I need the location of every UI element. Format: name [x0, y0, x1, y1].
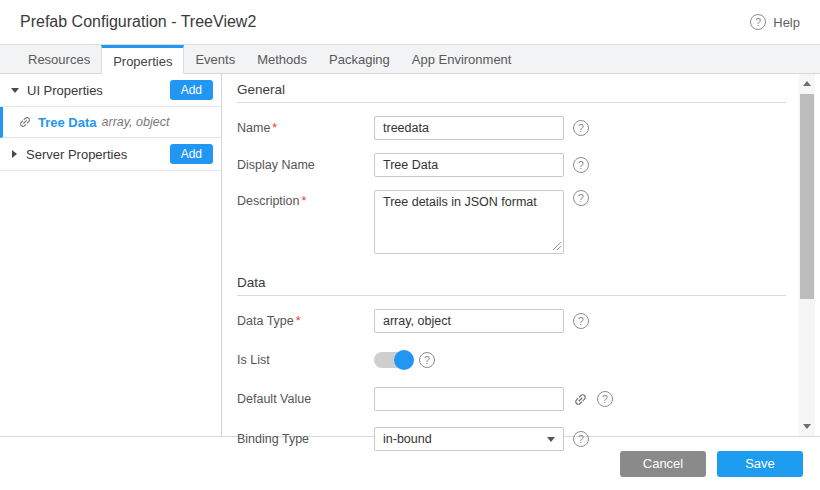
caret-right-icon — [12, 150, 17, 158]
tab-app-environment[interactable]: App Environment — [401, 45, 523, 73]
prefab-config-dialog: Prefab Configuration - TreeView2 ? Help … — [0, 0, 820, 490]
form-row-is-list: Is List ? — [237, 350, 820, 370]
display-name-input[interactable] — [374, 153, 564, 177]
tree-data-type: array, object — [102, 115, 170, 129]
form-row-default-value: Default Value ? — [237, 387, 820, 411]
tab-methods[interactable]: Methods — [246, 45, 318, 73]
description-textarea-wrap: Tree details in JSON format — [374, 190, 564, 254]
name-label: Name* — [237, 121, 374, 135]
data-type-label: Data Type* — [237, 314, 374, 328]
bind-variable-link-icon[interactable] — [573, 392, 588, 407]
required-asterisk: * — [272, 121, 277, 135]
form-row-binding-type: Binding Type in-bound ? — [237, 427, 820, 451]
description-help-icon[interactable]: ? — [573, 190, 589, 206]
caret-down-icon — [11, 88, 19, 93]
form-row-name: Name* ? — [237, 116, 820, 140]
tab-properties[interactable]: Properties — [101, 45, 184, 74]
section-general: General — [237, 74, 786, 103]
dialog-header: Prefab Configuration - TreeView2 ? Help — [0, 0, 820, 44]
tab-bar: Resources Properties Events Methods Pack… — [0, 44, 820, 74]
scroll-down-button[interactable] — [799, 419, 815, 433]
page-title: Prefab Configuration - TreeView2 — [20, 13, 256, 31]
binding-type-label: Binding Type — [237, 432, 374, 446]
help-icon: ? — [750, 14, 766, 30]
tab-packaging[interactable]: Packaging — [318, 45, 401, 73]
scroll-up-button[interactable] — [799, 76, 815, 90]
required-asterisk: * — [302, 194, 307, 208]
main-area: UI Properties Add Tree Data array, objec… — [0, 74, 820, 437]
is-list-toggle[interactable] — [374, 350, 414, 370]
tab-events[interactable]: Events — [184, 45, 246, 73]
name-input[interactable] — [374, 116, 564, 140]
description-textarea[interactable]: Tree details in JSON format — [374, 190, 564, 254]
server-properties-label: Server Properties — [26, 147, 127, 162]
binding-type-value: in-bound — [383, 432, 432, 446]
select-caret-icon — [547, 437, 555, 442]
data-type-help-icon[interactable]: ? — [573, 313, 589, 329]
cancel-button[interactable]: Cancel — [620, 451, 706, 477]
scroll-up-icon — [803, 81, 811, 86]
property-form: General Name* ? Display Name ? Descripti… — [222, 74, 820, 436]
sidebar-group-server-properties[interactable]: Server Properties Add — [0, 138, 221, 171]
description-label: Description* — [237, 190, 374, 208]
binding-type-select[interactable]: in-bound — [374, 427, 564, 451]
sidebar-item-tree-data[interactable]: Tree Data array, object — [0, 107, 221, 138]
required-asterisk: * — [296, 314, 301, 328]
tab-resources[interactable]: Resources — [17, 45, 101, 73]
ui-properties-label: UI Properties — [27, 83, 103, 98]
toggle-knob — [394, 350, 414, 370]
save-button[interactable]: Save — [717, 451, 803, 477]
vertical-scrollbar[interactable] — [799, 74, 815, 436]
display-name-help-icon[interactable]: ? — [573, 157, 589, 173]
default-value-label: Default Value — [237, 392, 374, 406]
tree-data-label: Tree Data — [38, 115, 97, 130]
binding-type-help-icon[interactable]: ? — [573, 431, 589, 447]
default-value-help-icon[interactable]: ? — [597, 391, 613, 407]
help-label: Help — [773, 15, 800, 30]
section-data: Data — [237, 267, 786, 296]
is-list-label: Is List — [237, 353, 374, 367]
default-value-input[interactable] — [374, 387, 564, 411]
add-server-property-button[interactable]: Add — [170, 144, 213, 164]
help-link[interactable]: ? Help — [750, 14, 800, 30]
add-ui-property-button[interactable]: Add — [170, 80, 213, 100]
link-icon — [18, 115, 32, 129]
scroll-down-icon — [803, 424, 811, 429]
display-name-label: Display Name — [237, 158, 374, 172]
scrollbar-thumb[interactable] — [800, 94, 814, 299]
properties-sidebar: UI Properties Add Tree Data array, objec… — [0, 74, 222, 436]
form-row-display-name: Display Name ? — [237, 153, 820, 177]
sidebar-group-ui-properties[interactable]: UI Properties Add — [0, 74, 221, 107]
name-help-icon[interactable]: ? — [573, 120, 589, 136]
is-list-help-icon[interactable]: ? — [419, 352, 435, 368]
data-type-input[interactable] — [374, 309, 564, 333]
form-row-data-type: Data Type* ? — [237, 309, 820, 333]
form-row-description: Description* Tree details in JSON format… — [237, 190, 820, 254]
